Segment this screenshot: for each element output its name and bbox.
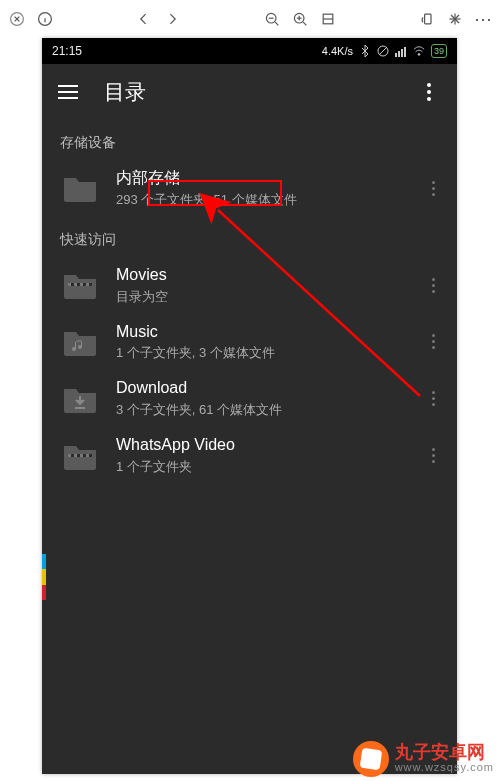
row-subtitle: 1 个子文件夹 — [116, 458, 417, 476]
row-subtitle: 1 个子文件夹, 3 个媒体文件 — [116, 344, 417, 362]
zoom-out-icon[interactable] — [261, 8, 283, 30]
svg-rect-30 — [80, 283, 83, 286]
watermark: 丸子安卓网 www.wzsqsy.com — [353, 741, 494, 777]
watermark-url: www.wzsqsy.com — [395, 761, 494, 774]
row-music[interactable]: Music 1 个子文件夹, 3 个媒体文件 — [42, 314, 457, 371]
phone-screen: 21:15 4.4K/s 39 目录 存储设备 内部存储 293 个子文件夹, … — [42, 38, 457, 774]
svg-rect-28 — [68, 283, 71, 286]
row-movies[interactable]: Movies 目录为空 — [42, 257, 457, 314]
row-title: WhatsApp Video — [116, 435, 417, 456]
content-area: 存储设备 内部存储 293 个子文件夹, 51 个媒体文件 快速访问 Movie… — [42, 120, 457, 484]
svg-rect-35 — [80, 454, 83, 457]
row-title: Movies — [116, 265, 417, 286]
row-internal-storage[interactable]: 内部存储 293 个子文件夹, 51 个媒体文件 — [42, 160, 457, 217]
download-folder-icon — [60, 382, 100, 416]
edge-color-strip — [42, 554, 46, 600]
status-bar: 21:15 4.4K/s 39 — [42, 38, 457, 64]
row-title: Music — [116, 322, 417, 343]
battery-indicator: 39 — [431, 44, 447, 58]
svg-rect-25 — [404, 47, 406, 57]
wifi-icon — [413, 45, 425, 57]
dnd-icon — [377, 45, 389, 57]
row-title: 内部存储 — [116, 168, 417, 189]
svg-rect-24 — [401, 49, 403, 57]
row-subtitle: 293 个子文件夹, 51 个媒体文件 — [116, 191, 417, 209]
nav-back-icon[interactable] — [133, 8, 155, 30]
editor-toolbar: ⋯ — [0, 0, 500, 38]
close-icon[interactable] — [6, 8, 28, 30]
fit-icon[interactable] — [317, 8, 339, 30]
svg-rect-15 — [425, 14, 431, 24]
clock: 21:15 — [52, 44, 82, 58]
section-quick-access: 快速访问 — [42, 217, 457, 257]
rotate-icon[interactable] — [416, 8, 438, 30]
movies-folder-icon — [60, 268, 100, 302]
zoom-in-icon[interactable] — [289, 8, 311, 30]
page-title: 目录 — [104, 78, 146, 106]
row-overflow-icon[interactable] — [417, 328, 449, 355]
svg-rect-23 — [398, 51, 400, 57]
svg-rect-22 — [395, 53, 397, 57]
net-speed: 4.4K/s — [322, 45, 353, 57]
svg-rect-33 — [68, 454, 71, 457]
svg-line-7 — [275, 22, 278, 25]
bluetooth-icon — [359, 45, 371, 57]
row-download[interactable]: Download 3 个子文件夹, 61 个媒体文件 — [42, 370, 457, 427]
svg-rect-31 — [86, 283, 89, 286]
svg-rect-34 — [74, 454, 77, 457]
signal-icon — [395, 45, 407, 57]
menu-icon[interactable] — [58, 81, 80, 103]
row-subtitle: 3 个子文件夹, 61 个媒体文件 — [116, 401, 417, 419]
row-title: Download — [116, 378, 417, 399]
folder-icon — [60, 171, 100, 205]
row-overflow-icon[interactable] — [417, 442, 449, 469]
row-overflow-icon[interactable] — [417, 385, 449, 412]
overflow-menu-icon[interactable] — [417, 83, 441, 101]
watermark-title: 丸子安卓网 — [395, 743, 494, 761]
svg-rect-36 — [86, 454, 89, 457]
svg-line-21 — [379, 47, 387, 55]
app-header: 目录 — [42, 64, 457, 120]
svg-rect-29 — [74, 283, 77, 286]
row-overflow-icon[interactable] — [417, 175, 449, 202]
movies-folder-icon — [60, 439, 100, 473]
info-icon[interactable] — [34, 8, 56, 30]
row-subtitle: 目录为空 — [116, 288, 417, 306]
svg-line-10 — [303, 22, 306, 25]
svg-point-26 — [418, 54, 420, 56]
sparkle-icon[interactable] — [444, 8, 466, 30]
nav-forward-icon[interactable] — [161, 8, 183, 30]
row-whatsapp-video[interactable]: WhatsApp Video 1 个子文件夹 — [42, 427, 457, 484]
more-icon[interactable]: ⋯ — [472, 8, 494, 30]
music-folder-icon — [60, 325, 100, 359]
section-storage-devices: 存储设备 — [42, 120, 457, 160]
row-overflow-icon[interactable] — [417, 272, 449, 299]
watermark-logo-icon — [353, 741, 389, 777]
